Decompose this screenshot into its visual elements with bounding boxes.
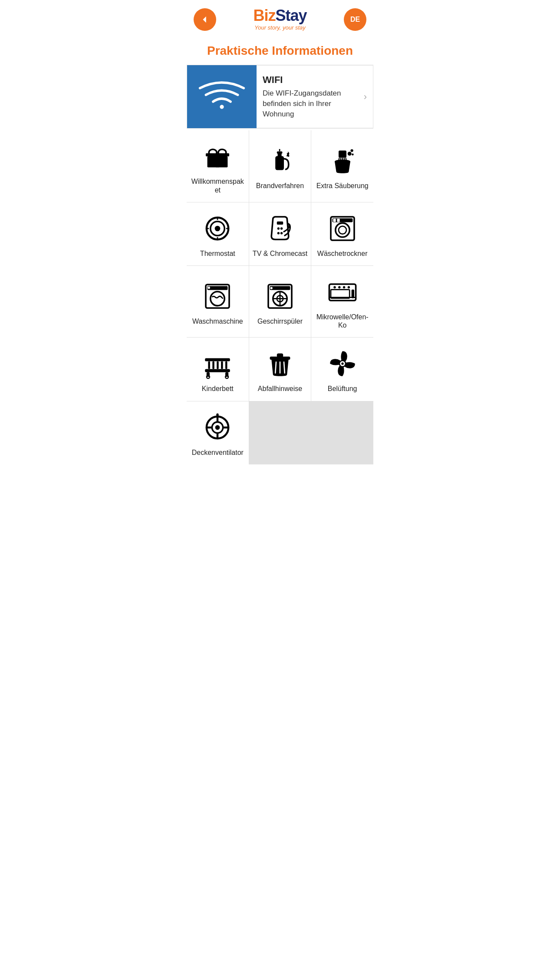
crib-icon [202, 348, 233, 379]
svg-rect-51 [270, 286, 290, 290]
svg-point-55 [338, 286, 340, 288]
svg-point-8 [221, 157, 223, 159]
svg-point-45 [208, 286, 210, 288]
wifi-description: Die WIFI-Zugangsdaten befinden sich in I… [263, 88, 360, 119]
cleaning-icon [327, 145, 358, 176]
logo-tagline: Your story, your stay [216, 24, 344, 31]
svg-point-57 [347, 286, 349, 288]
washer-icon [202, 281, 233, 312]
grid-label-willkommenspaket: Willkommenspaket [190, 177, 245, 194]
grid-label-mikrowelle: Mikrowelle/Ofen-Ko [315, 313, 370, 329]
wifi-icon-box [187, 65, 257, 128]
wifi-content: WIFI Die WIFI-Zugangsdaten befinden sich… [257, 65, 373, 128]
wifi-title: WIFI [263, 74, 360, 86]
svg-point-22 [350, 149, 353, 152]
grid-item-abfallhinweise[interactable]: Abfallhinweise [249, 338, 311, 401]
svg-point-21 [347, 152, 351, 156]
svg-point-37 [335, 223, 349, 237]
remote-icon [264, 213, 296, 244]
grid-item-extra-saeuberung[interactable]: Extra Säuberung [311, 130, 373, 202]
grid-item-brandverfahren[interactable]: Brandverfahren [249, 130, 311, 202]
fan-icon [327, 348, 358, 379]
wifi-card[interactable]: WIFI Die WIFI-Zugangsdaten befinden sich… [187, 65, 373, 129]
trash-icon [264, 348, 296, 379]
svg-point-54 [333, 286, 336, 288]
svg-rect-41 [337, 219, 339, 222]
dryer-icon [327, 213, 358, 244]
svg-rect-40 [333, 219, 336, 222]
grid-item-willkommenspaket[interactable]: Willkommenspaket [187, 130, 249, 202]
wifi-text-block: WIFI Die WIFI-Zugangsdaten befinden sich… [263, 74, 360, 119]
ceiling-fan-icon [202, 412, 233, 443]
svg-point-52 [270, 287, 272, 289]
svg-rect-61 [205, 358, 231, 361]
svg-point-32 [277, 227, 280, 229]
svg-rect-86 [217, 413, 219, 417]
grid-label-waeschetrockner: Wäschetrockner [317, 249, 368, 258]
svg-point-7 [213, 161, 215, 163]
thermostat-icon [202, 213, 233, 244]
grid-label-abfallhinweise: Abfallhinweise [258, 384, 302, 393]
svg-point-23 [352, 153, 354, 156]
grid-item-geschirrspueler[interactable]: Geschirrspüler [249, 266, 311, 337]
svg-line-76 [284, 362, 285, 373]
info-grid: Willkommenspaket Brandverfahren [187, 130, 373, 464]
svg-rect-62 [205, 369, 231, 372]
svg-rect-15 [339, 151, 346, 158]
grid-item-kinderbett[interactable]: Kinderbett [187, 338, 249, 401]
grid-label-thermostat: Thermostat [200, 249, 235, 258]
grid-item-waeschetrockner[interactable]: Wäschetrockner [311, 202, 373, 265]
svg-point-78 [341, 363, 343, 365]
back-button[interactable] [194, 8, 216, 31]
svg-point-9 [221, 161, 223, 163]
svg-rect-63 [208, 361, 211, 369]
grid-item-thermostat[interactable]: Thermostat [187, 202, 249, 265]
fire-extinguisher-icon [264, 145, 296, 176]
grid-label-belueftung: Belüftung [328, 384, 357, 393]
grid-item-waschmaschine[interactable]: Waschmaschine [187, 266, 249, 337]
svg-line-19 [344, 158, 344, 161]
grid-label-kinderbett: Kinderbett [202, 384, 234, 393]
grid-item-mikrowelle[interactable]: Mikrowelle/Ofen-Ko [311, 266, 373, 337]
language-button[interactable]: DE [344, 8, 366, 31]
grid-item-deckenventilator[interactable]: Deckenventilator [187, 401, 249, 464]
svg-rect-43 [208, 286, 228, 290]
dishwasher-icon [264, 281, 296, 312]
svg-line-74 [275, 362, 276, 373]
svg-rect-67 [225, 361, 227, 369]
header: BizStay Your story, your stay DE [187, 0, 373, 35]
svg-rect-66 [221, 361, 223, 369]
grid-label-tv-chromecast: TV & Chromecast [253, 249, 307, 258]
grid-label-deckenventilator: Deckenventilator [192, 448, 244, 457]
grid-label-geschirrspueler: Geschirrspüler [257, 317, 303, 325]
grid-label-extra-saeuberung: Extra Säuberung [316, 182, 369, 190]
microwave-icon [327, 276, 358, 308]
svg-rect-64 [213, 361, 215, 369]
grid-item-tv-chromecast[interactable]: TV & Chromecast [249, 202, 311, 265]
grid-label-brandverfahren: Brandverfahren [256, 182, 304, 190]
svg-point-34 [277, 232, 280, 234]
wifi-icon [198, 77, 246, 116]
svg-point-6 [213, 157, 215, 159]
svg-rect-73 [277, 354, 283, 358]
svg-rect-3 [216, 153, 219, 167]
svg-rect-12 [277, 151, 283, 153]
svg-rect-31 [277, 222, 283, 225]
svg-point-85 [215, 425, 220, 430]
svg-rect-65 [217, 361, 219, 369]
wifi-chevron-icon: › [364, 91, 367, 103]
svg-point-35 [280, 232, 283, 234]
svg-point-38 [339, 226, 346, 234]
logo: BizStay Your story, your stay [216, 8, 344, 31]
grid-item-belueftung[interactable]: Belüftung [311, 338, 373, 401]
svg-rect-10 [275, 156, 284, 170]
logo-text: BizStay [216, 8, 344, 23]
gift-icon [202, 141, 233, 172]
svg-marker-0 [203, 16, 206, 23]
svg-point-56 [343, 286, 345, 288]
page-title: Praktische Informationen [187, 35, 373, 65]
svg-line-17 [340, 158, 341, 161]
svg-point-26 [215, 225, 221, 231]
grid-label-waschmaschine: Waschmaschine [192, 317, 243, 325]
svg-point-33 [280, 227, 283, 229]
